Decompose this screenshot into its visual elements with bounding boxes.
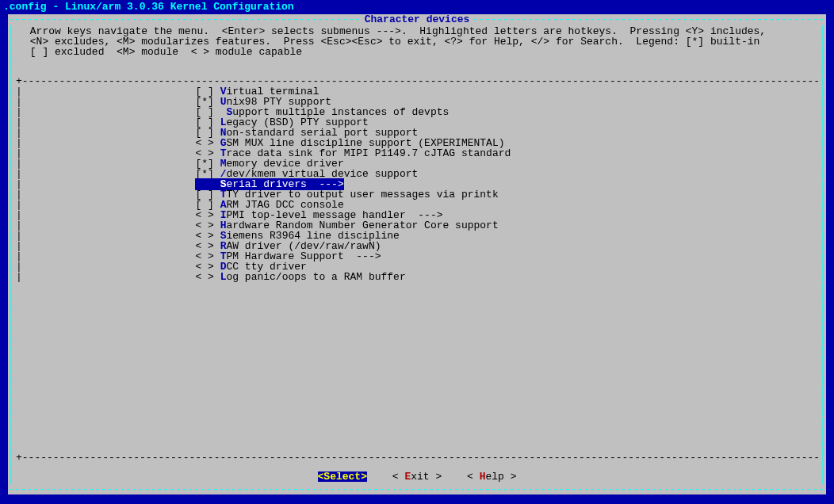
exit-button[interactable]: < Exit > — [392, 472, 442, 482]
menu-border-top: +---------------------------------------… — [16, 76, 818, 86]
select-button[interactable]: <Select> — [318, 472, 367, 482]
main-dialog: ----------------------------------------… — [8, 14, 826, 494]
window-title: .config - Linux/arm 3.0.36 Kernel Config… — [0, 0, 834, 13]
section-title: Character devices — [362, 14, 473, 25]
kernel-config-screen: .config - Linux/arm 3.0.36 Kernel Config… — [0, 0, 834, 504]
border-pipe: | — [16, 272, 22, 282]
border-right: | | | | | | | | | | | | | | | | | | | | … — [820, 25, 826, 484]
menu-area: +---------------------------------------… — [16, 76, 818, 463]
border-bottom: ----------------------------------------… — [8, 484, 826, 494]
menu-item[interactable]: | < > Log panic/oops to a RAM buffer — [16, 272, 818, 282]
menu-border-bottom: +---------------------------------------… — [16, 452, 818, 463]
menu-item-label: og panic/oops to a RAM buffer — [226, 271, 405, 283]
help-button[interactable]: < Help > — [467, 472, 516, 482]
button-bar: <Select> < Exit > < Help > — [8, 472, 826, 482]
help-text: Arrow keys navigate the menu. <Enter> se… — [24, 26, 810, 57]
border-left: | | | | | | | | | | | | | | | | | | | | … — [8, 25, 14, 484]
menu-list[interactable]: | [ ] Virtual terminal| [*] Unix98 PTY s… — [16, 86, 818, 452]
